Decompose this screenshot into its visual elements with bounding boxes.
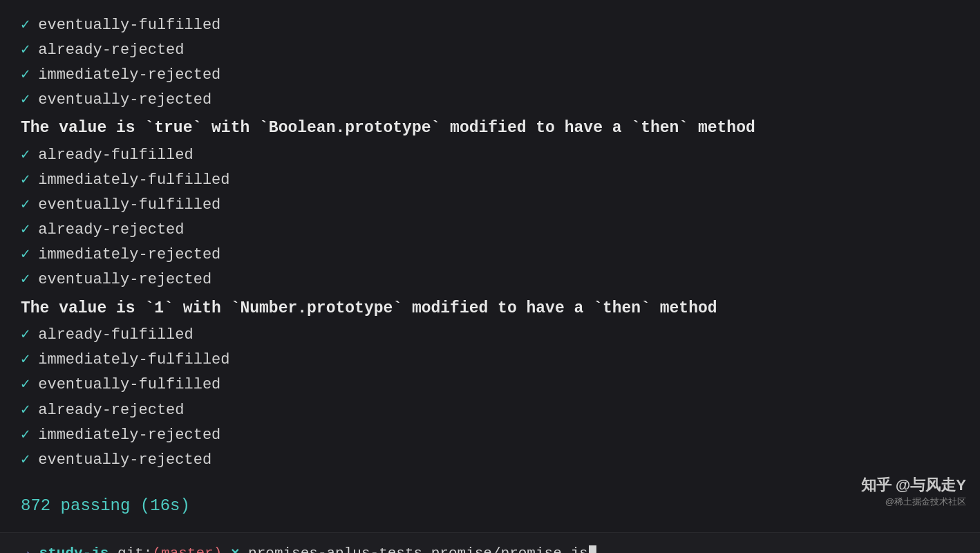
cursor-block — [589, 545, 596, 553]
test-label: eventually-fulfilled — [38, 14, 220, 37]
list-item: ✓ already-fulfilled — [21, 324, 959, 347]
list-item: ✓ immediately-fulfilled — [21, 348, 959, 372]
list-item: ✓ eventually-fulfilled — [21, 373, 959, 397]
test-label: immediately-rejected — [38, 424, 220, 447]
test-label: immediately-rejected — [38, 64, 220, 87]
check-icon: ✓ — [21, 373, 30, 397]
terminal-output: ✓ eventually-fulfilled ✓ already-rejecte… — [0, 14, 980, 532]
list-item: ✓ already-rejected — [21, 218, 959, 242]
section-header-one: The value is `1` with `Number.prototype`… — [21, 297, 959, 321]
check-icon: ✓ — [21, 39, 30, 62]
check-icon: ✓ — [21, 14, 30, 37]
prompt-command: × promises-aplus-tests promise/promise.j… — [222, 545, 587, 553]
test-label: immediately-fulfilled — [38, 348, 229, 372]
check-icon: ✓ — [21, 399, 30, 422]
list-item: ✓ immediately-rejected — [21, 424, 959, 447]
check-icon: ✓ — [21, 218, 30, 242]
list-item: ✓ immediately-fulfilled — [21, 169, 959, 192]
test-label: eventually-rejected — [38, 449, 211, 472]
watermark: 知乎 @与风走Y @稀土掘金技术社区 — [861, 475, 966, 508]
check-icon: ✓ — [21, 88, 30, 112]
list-item: ✓ eventually-rejected — [21, 449, 959, 472]
check-icon: ✓ — [21, 268, 30, 292]
watermark-sub-text: @稀土掘金技术社区 — [861, 496, 966, 508]
git-info: git: — [109, 545, 152, 553]
check-icon: ✓ — [21, 194, 30, 217]
list-item: ✓ immediately-rejected — [21, 64, 959, 87]
check-icon: ✓ — [21, 243, 30, 267]
test-label: immediately-rejected — [38, 243, 220, 267]
section-header-true: The value is `true` with `Boolean.protot… — [21, 116, 959, 141]
git-branch: (master) — [152, 545, 222, 553]
test-label: already-rejected — [38, 218, 184, 242]
list-item: ✓ eventually-fulfilled — [21, 14, 959, 37]
list-item: ✓ already-rejected — [21, 39, 959, 62]
check-icon: ✓ — [21, 424, 30, 447]
test-label: eventually-rejected — [38, 88, 211, 112]
test-label: eventually-fulfilled — [38, 194, 220, 217]
check-icon: ✓ — [21, 324, 30, 347]
test-label: immediately-fulfilled — [38, 169, 229, 192]
list-item: ✓ already-fulfilled — [21, 144, 959, 167]
check-icon: ✓ — [21, 169, 30, 192]
check-icon: ✓ — [21, 64, 30, 87]
list-item: ✓ eventually-rejected — [21, 88, 959, 112]
test-label: eventually-fulfilled — [38, 373, 220, 397]
watermark-main-text: 知乎 @与风走Y — [861, 475, 966, 496]
list-item: ✓ eventually-fulfilled — [21, 194, 959, 217]
test-label: already-fulfilled — [38, 144, 193, 167]
test-label: already-fulfilled — [38, 324, 193, 347]
list-item: ✓ immediately-rejected — [21, 243, 959, 267]
list-item: ✓ already-rejected — [21, 399, 959, 422]
check-icon: ✓ — [21, 449, 30, 472]
test-label: eventually-rejected — [38, 268, 211, 292]
test-label: already-rejected — [38, 399, 184, 422]
check-icon: ✓ — [21, 144, 30, 167]
directory-name: study-js — [39, 545, 109, 553]
list-item: ✓ eventually-rejected — [21, 268, 959, 292]
passing-summary: 872 passing (16s) — [21, 493, 959, 518]
prompt-arrow-icon: → — [21, 545, 30, 553]
terminal-window: ✓ eventually-fulfilled ✓ already-rejecte… — [0, 0, 980, 553]
terminal-prompt[interactable]: → study-js git: (master) × promises-aplu… — [0, 532, 980, 553]
test-label: already-rejected — [38, 39, 184, 62]
check-icon: ✓ — [21, 348, 30, 372]
